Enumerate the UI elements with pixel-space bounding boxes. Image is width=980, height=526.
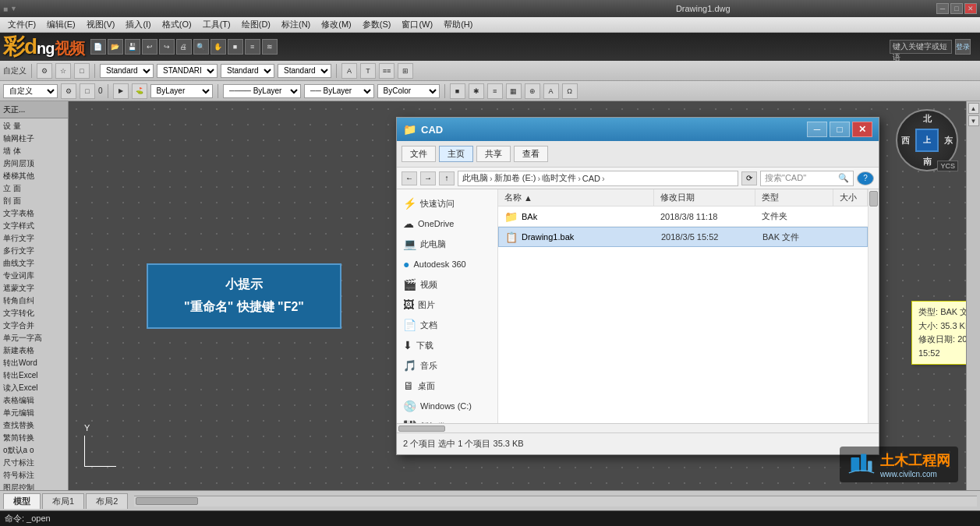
ds-pictures[interactable]: 🖼 图片 [397, 295, 497, 315]
sidebar-item-24[interactable]: 查找替换 [2, 419, 66, 432]
ds-downloads[interactable]: ⬇ 下载 [397, 335, 497, 355]
sidebar-item-20[interactable]: 转出Excel [2, 369, 66, 382]
sidebar-item-9[interactable]: 单行文字 [2, 232, 66, 245]
sidebar-item-10[interactable]: 多行文字 [2, 245, 66, 257]
tb2-btn1[interactable]: ⚙ [37, 63, 52, 79]
tool-zoom[interactable]: 🔍 [193, 39, 209, 55]
tool-undo[interactable]: ↩ [142, 39, 157, 55]
sidebar-item-25[interactable]: 繁简转换 [2, 432, 66, 444]
sidebar-item-2[interactable]: 墙 体 [2, 145, 66, 157]
file-row-bak-folder[interactable]: 📁 BAk 2018/3/8 11:18 文件夹 [498, 207, 868, 227]
tb3-color[interactable]: ByColor [377, 84, 440, 98]
tb3-icon7[interactable]: Ω [562, 83, 578, 99]
menu-insert[interactable]: 插入(I) [121, 18, 155, 31]
col-size[interactable]: 大小 [833, 189, 868, 206]
tool-print[interactable]: 🖨 [176, 39, 192, 55]
style-dropdown4[interactable]: Standard [278, 64, 331, 78]
tb2-icon1[interactable]: A [341, 63, 357, 79]
tb3-linetype[interactable]: ──── ByLayer [223, 84, 301, 98]
rs-btn2[interactable]: ▼ [968, 115, 979, 126]
ds-thispc[interactable]: 💻 此电脑 [397, 234, 497, 254]
tool-3d[interactable]: ■ [228, 39, 243, 55]
nav-back[interactable]: ← [402, 171, 417, 185]
sidebar-item-18[interactable]: 新建表格 [2, 344, 66, 357]
tb3-icon5[interactable]: ⊕ [525, 83, 540, 99]
tb3-icon4[interactable]: ▦ [506, 83, 522, 99]
tb3-btn2[interactable]: □ [80, 83, 95, 99]
sidebar-item-1[interactable]: 轴网柱子 [2, 132, 66, 145]
sidebar-item-6[interactable]: 剖 面 [2, 195, 66, 207]
tb3-dropdown1[interactable]: 自定义 [3, 84, 58, 98]
sidebar-item-3[interactable]: 房间层顶 [2, 157, 66, 170]
scroll-thumb-h[interactable] [136, 497, 198, 505]
hscroll-thumb[interactable] [398, 425, 445, 432]
menu-modify[interactable]: 修改(M) [317, 18, 356, 31]
address-path[interactable]: 此电脑 › 新加卷 (E:) › 临时文件 › CAD › [458, 171, 738, 186]
dialog-tab-share[interactable]: 共享 [476, 146, 511, 162]
sidebar-item-4[interactable]: 楼梯其他 [2, 170, 66, 182]
sidebar-item-7[interactable]: 文字表格 [2, 207, 66, 220]
sidebar-item-28[interactable]: 符号标注 [2, 469, 66, 482]
minimize-btn[interactable]: ─ [936, 3, 949, 14]
style-dropdown3[interactable]: Standard [221, 64, 274, 78]
col-type[interactable]: 类型 [755, 189, 833, 206]
menu-draw[interactable]: 绘图(D) [237, 18, 275, 31]
ds-desktop[interactable]: 🖥 桌面 [397, 376, 497, 396]
menu-format[interactable]: 格式(O) [157, 18, 196, 31]
tb3-lineweight[interactable]: ── ByLayer [304, 84, 374, 98]
tb2-icon2[interactable]: T [360, 63, 376, 79]
sidebar-item-17[interactable]: 单元一字高 [2, 332, 66, 344]
sidebar-item-8[interactable]: 文字样式 [2, 220, 66, 232]
sidebar-item-0[interactable]: 设 量 [2, 120, 66, 132]
menu-view[interactable]: 视图(V) [82, 18, 120, 31]
sidebar-item-15[interactable]: 文字转化 [2, 307, 66, 319]
tb2-icon4[interactable]: ⊞ [398, 63, 413, 79]
file-row-drawing1-bak[interactable]: 📋 Drawing1.bak 2018/3/5 15:52 BAK 文件 [498, 227, 868, 247]
tool-new[interactable]: 📄 [90, 39, 106, 55]
sidebar-item-22[interactable]: 表格编辑 [2, 394, 66, 407]
tb3-btn3[interactable]: ▶ [113, 83, 129, 99]
tab-layout2[interactable]: 布局2 [86, 493, 128, 509]
dialog-tab-view[interactable]: 查看 [514, 146, 548, 162]
tab-model[interactable]: 模型 [3, 493, 41, 509]
sidebar-item-12[interactable]: 专业词库 [2, 270, 66, 282]
sidebar-item-16[interactable]: 文字合并 [2, 319, 66, 332]
maximize-btn[interactable]: □ [950, 3, 963, 14]
bottom-scrollbar[interactable] [134, 496, 977, 507]
dialog-tab-home[interactable]: 主页 [439, 146, 473, 162]
dialog-hscroll[interactable] [397, 423, 879, 432]
tool-prop[interactable]: ≡ [245, 39, 260, 55]
tb3-icon2[interactable]: ✱ [469, 83, 484, 99]
ds-quick-access[interactable]: ⚡ 快速访问 [397, 193, 497, 214]
tb3-layer[interactable]: ByLayer [150, 84, 213, 98]
menu-file[interactable]: 文件(F) [3, 18, 41, 31]
ds-video[interactable]: 🎬 视频 [397, 274, 497, 295]
sidebar-item-26[interactable]: o默认a o [2, 444, 66, 457]
ds-drive-d[interactable]: 💾 新加卷 (D:) [397, 416, 497, 423]
close-btn[interactable]: ✕ [964, 3, 977, 14]
dialog-tab-file[interactable]: 文件 [402, 146, 436, 162]
tool-open[interactable]: 📂 [108, 39, 123, 55]
nav-refresh[interactable]: ⟳ [741, 171, 757, 185]
search-box-dialog[interactable]: 搜索"CAD" 🔍 [760, 171, 854, 186]
tool-redo[interactable]: ↪ [159, 39, 175, 55]
rs-btn1[interactable]: ▲ [968, 103, 979, 114]
sidebar-item-29[interactable]: 图层控制 [2, 482, 66, 490]
vscroll-thumb[interactable] [869, 191, 878, 207]
menu-edit[interactable]: 编辑(E) [42, 18, 80, 31]
dialog-vscroll[interactable] [868, 189, 879, 423]
sidebar-item-27[interactable]: 尺寸标注 [2, 457, 66, 469]
tb2-btn3[interactable]: □ [74, 63, 90, 79]
tab-layout1[interactable]: 布局1 [42, 493, 84, 509]
search-box[interactable]: 键入关键字或短语 [890, 40, 952, 54]
ds-windows-c[interactable]: 💿 Windows (C:) [397, 396, 497, 416]
nav-forward[interactable]: → [420, 171, 436, 185]
dialog-maximize[interactable]: □ [830, 122, 850, 137]
tool-pan[interactable]: ✋ [211, 39, 226, 55]
tb2-btn2[interactable]: ☆ [55, 63, 71, 79]
sidebar-item-21[interactable]: 读入Excel [2, 382, 66, 394]
dialog-minimize[interactable]: ─ [807, 122, 827, 137]
drawing-area[interactable]: 小提示 "重命名" 快捷键 "F2" 北 南 东 西 上 YCS Y [69, 101, 966, 490]
menu-params[interactable]: 参数(S) [358, 18, 396, 31]
sidebar-item-19[interactable]: 转出Word [2, 357, 66, 369]
